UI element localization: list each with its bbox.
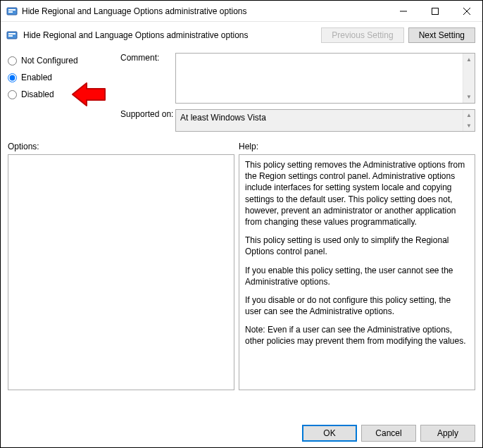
title-bar: Hide Regional and Language Options admin… xyxy=(1,1,482,22)
scroll-up-icon[interactable]: ▲ xyxy=(463,54,475,66)
comment-label: Comment: xyxy=(120,53,170,104)
apply-button[interactable]: Apply xyxy=(420,425,475,442)
help-paragraph: This policy setting removes the Administ… xyxy=(245,159,469,228)
radio-input-not-configured[interactable] xyxy=(8,56,17,66)
help-label: Help: xyxy=(239,142,258,151)
options-panel xyxy=(8,154,234,390)
header: Hide Regional and Language Options admin… xyxy=(1,22,482,49)
radio-label: Enabled xyxy=(21,73,52,82)
help-paragraph: If you disable or do not configure this … xyxy=(245,294,469,317)
radio-input-enabled[interactable] xyxy=(8,73,17,82)
radio-enabled[interactable]: Enabled xyxy=(8,73,113,82)
comment-textarea[interactable]: ▲ ▼ xyxy=(175,53,475,104)
scrollbar[interactable]: ▲ ▼ xyxy=(463,110,475,131)
comment-value xyxy=(176,54,475,59)
close-button[interactable] xyxy=(451,1,482,21)
svg-rect-8 xyxy=(8,33,15,35)
supported-on-value: At least Windows Vista xyxy=(176,110,475,125)
app-icon xyxy=(6,6,18,17)
supported-on-field: At least Windows Vista ▲ ▼ xyxy=(175,109,475,132)
scroll-up-icon[interactable]: ▲ xyxy=(463,110,475,120)
scroll-down-icon[interactable]: ▼ xyxy=(463,120,475,131)
svg-rect-1 xyxy=(8,9,15,11)
radio-disabled[interactable]: Disabled xyxy=(8,89,113,99)
radio-label: Disabled xyxy=(21,89,54,99)
help-paragraph: This policy setting is used only to simp… xyxy=(245,235,469,257)
ok-button[interactable]: OK xyxy=(302,425,357,442)
svg-rect-2 xyxy=(8,11,13,13)
next-setting-button[interactable]: Next Setting xyxy=(408,27,475,43)
dialog-footer: OK Cancel Apply xyxy=(302,425,475,442)
radio-not-configured[interactable]: Not Configured xyxy=(8,56,113,66)
minimize-button[interactable] xyxy=(387,1,419,21)
radio-input-disabled[interactable] xyxy=(8,90,17,99)
maximize-button[interactable] xyxy=(419,1,451,21)
cancel-button[interactable]: Cancel xyxy=(361,425,416,442)
scrollbar[interactable]: ▲ ▼ xyxy=(463,54,475,103)
help-panel: This policy setting removes the Administ… xyxy=(239,154,475,390)
previous-setting-button: Previous Setting xyxy=(321,27,403,43)
svg-rect-4 xyxy=(432,8,438,14)
supported-on-label: Supported on: xyxy=(120,109,170,132)
radio-label: Not Configured xyxy=(21,56,78,66)
help-paragraph: Note: Even if a user can see the Adminis… xyxy=(245,324,469,347)
window-title: Hide Regional and Language Options admin… xyxy=(22,6,387,16)
scroll-down-icon[interactable]: ▼ xyxy=(463,91,475,103)
header-subtitle: Hide Regional and Language Options admin… xyxy=(23,30,315,40)
help-paragraph: If you enable this policy setting, the u… xyxy=(245,265,469,287)
policy-icon xyxy=(6,30,18,41)
svg-rect-9 xyxy=(8,35,13,37)
options-label: Options: xyxy=(8,142,239,151)
